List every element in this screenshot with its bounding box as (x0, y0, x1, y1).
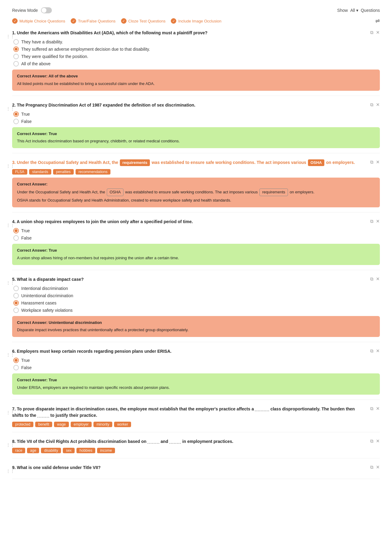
tag-3-recommendations[interactable]: recommendations (76, 169, 110, 175)
tag-7-worker[interactable]: worker (114, 422, 131, 427)
review-mode-toggle[interactable] (41, 7, 52, 13)
drag-handle-9[interactable]: ⋮⋮ (6, 469, 15, 474)
drag-handle-2[interactable]: ⋮⋮ (6, 106, 15, 111)
tag-8-race[interactable]: race (12, 448, 25, 453)
question-4-header: 4. A union shop requires employees to jo… (12, 219, 380, 225)
tag-3-standards[interactable]: standards (29, 169, 51, 175)
radio-2-1[interactable] (13, 111, 19, 117)
bookmark-button-9[interactable]: ⧉ (370, 464, 373, 470)
bookmark-button-2[interactable]: ⧉ (370, 102, 373, 107)
answer-title-6: Correct Answer: True (17, 377, 375, 383)
delete-button-5[interactable]: ✕ (376, 276, 380, 282)
drag-handle-8[interactable]: ⋮⋮ (6, 443, 15, 447)
bookmark-button-4[interactable]: ⧉ (370, 219, 373, 224)
delete-button-2[interactable]: ✕ (376, 102, 380, 107)
drag-handle-4[interactable]: ⋮⋮ (6, 223, 15, 228)
bookmark-button-8[interactable]: ⧉ (370, 438, 373, 444)
radio-inner-1-2 (15, 48, 18, 51)
bookmark-button-5[interactable]: ⧉ (370, 276, 373, 282)
option-text-5-1: Intentional discrimination (21, 286, 68, 291)
bookmark-button-1[interactable]: ⧉ (370, 30, 373, 35)
radio-5-3[interactable] (13, 300, 19, 306)
tag-7-protected[interactable]: protected (12, 422, 33, 427)
delete-button-7[interactable]: ✕ (376, 406, 380, 411)
option-1-1[interactable]: They have a disability. (13, 39, 380, 45)
show-dropdown[interactable]: All ▾ (350, 8, 358, 13)
option-4-2[interactable]: False (13, 235, 380, 241)
radio-6-2[interactable] (13, 365, 19, 370)
filter-bar: ✓ Multiple Choice Questions ✓ True/False… (12, 18, 380, 24)
radio-1-3[interactable] (13, 54, 19, 59)
option-1-3[interactable]: They were qualified for the position. (13, 54, 380, 59)
filter-cloze[interactable]: ✓ Cloze Test Questions (121, 18, 166, 24)
bookmark-button-7[interactable]: ⧉ (370, 406, 373, 411)
option-5-3[interactable]: Harassment cases (13, 300, 380, 306)
radio-5-1[interactable] (13, 286, 19, 291)
tag-7-benefit[interactable]: benefit (35, 422, 52, 427)
tag-8-sex[interactable]: sex (63, 448, 75, 453)
radio-6-1[interactable] (13, 358, 19, 363)
option-5-2[interactable]: Unintentional discrimination (13, 293, 380, 298)
cloze-blank-3-2[interactable]: OSHA (308, 159, 324, 166)
tag-7-employer[interactable]: employer (71, 422, 92, 427)
drag-handle-1[interactable]: ⋮⋮ (6, 34, 15, 39)
filter-true-false[interactable]: ✓ True/False Questions (71, 18, 116, 24)
option-6-1[interactable]: True (13, 358, 380, 363)
option-text-2-2: False (21, 119, 32, 124)
delete-button-3[interactable]: ✕ (376, 159, 380, 165)
delete-button-9[interactable]: ✕ (376, 464, 380, 470)
answer-box-2: Correct Answer: True This Act includes d… (12, 127, 380, 148)
bookmark-button-3[interactable]: ⧉ (370, 159, 373, 165)
tag-3-penalties[interactable]: penalties (53, 169, 74, 175)
show-area: Show All ▾ Questions (337, 8, 380, 13)
tag-8-disability[interactable]: disability (41, 448, 61, 453)
question-2-options: True False (13, 111, 380, 124)
answer-blank-3-2: requirements (259, 189, 288, 196)
drag-handle-6[interactable]: ⋮⋮ (6, 352, 15, 357)
filter-multiple-choice[interactable]: ✓ Multiple Choice Questions (12, 18, 65, 24)
option-5-1[interactable]: Intentional discrimination (13, 286, 380, 291)
questions-label: Questions (361, 8, 380, 13)
question-1-header: 1. Under the Americans with Disabilities… (12, 30, 380, 36)
option-6-2[interactable]: False (13, 365, 380, 370)
filter-image-occlusion[interactable]: ✓ Include Image Occlusion (171, 18, 221, 24)
answer-cloze-3: Under the Occupational Safety and Health… (17, 189, 375, 196)
answer-title-4: Correct Answer: True (17, 247, 375, 254)
delete-button-4[interactable]: ✕ (376, 219, 380, 224)
option-text-1-2: They suffered an adverse employment deci… (21, 47, 150, 52)
option-1-2[interactable]: They suffered an adverse employment deci… (13, 46, 380, 52)
tag-7-minority[interactable]: minority (93, 422, 112, 427)
question-4-options: True False (13, 228, 380, 241)
tag-7-wage[interactable]: wage (54, 422, 69, 427)
delete-button-6[interactable]: ✕ (376, 348, 380, 354)
show-value: All (350, 8, 355, 13)
option-4-1[interactable]: True (13, 228, 380, 233)
drag-handle-5[interactable]: ⋮⋮ (6, 280, 15, 285)
radio-5-2[interactable] (13, 293, 19, 298)
delete-button-8[interactable]: ✕ (376, 438, 380, 444)
bookmark-button-6[interactable]: ⧉ (370, 348, 373, 354)
drag-handle-3[interactable]: ⋮⋮ (6, 164, 15, 168)
radio-1-1[interactable] (13, 39, 19, 45)
cloze-blank-3-1[interactable]: requirements (120, 159, 150, 166)
radio-1-2[interactable] (13, 46, 19, 52)
drag-handle-7[interactable]: ⋮⋮ (6, 410, 15, 415)
option-2-1[interactable]: True (13, 111, 380, 117)
question-5-header: 5. What is a disparate impact case? ⧉ ✕ (12, 276, 380, 283)
option-5-4[interactable]: Workplace safety violations (13, 308, 380, 313)
tag-8-hobbies[interactable]: hobbies (76, 448, 95, 453)
option-1-4[interactable]: All of the above (13, 61, 380, 66)
radio-5-4[interactable] (13, 308, 19, 313)
option-2-2[interactable]: False (13, 119, 380, 124)
tag-8-income[interactable]: income (97, 448, 115, 453)
question-1-options: They have a disability. They suffered an… (13, 39, 380, 66)
answer-blank-3-1: OSHA (107, 189, 123, 196)
radio-2-2[interactable] (13, 119, 19, 124)
radio-4-1[interactable] (13, 228, 19, 233)
shuffle-button[interactable]: ⇌ (375, 18, 380, 24)
delete-button-1[interactable]: ✕ (376, 30, 380, 35)
tag-8-age[interactable]: age (27, 448, 39, 453)
tag-3-flsa[interactable]: FLSA (12, 169, 27, 175)
radio-1-4[interactable] (13, 61, 19, 66)
radio-4-2[interactable] (13, 235, 19, 241)
